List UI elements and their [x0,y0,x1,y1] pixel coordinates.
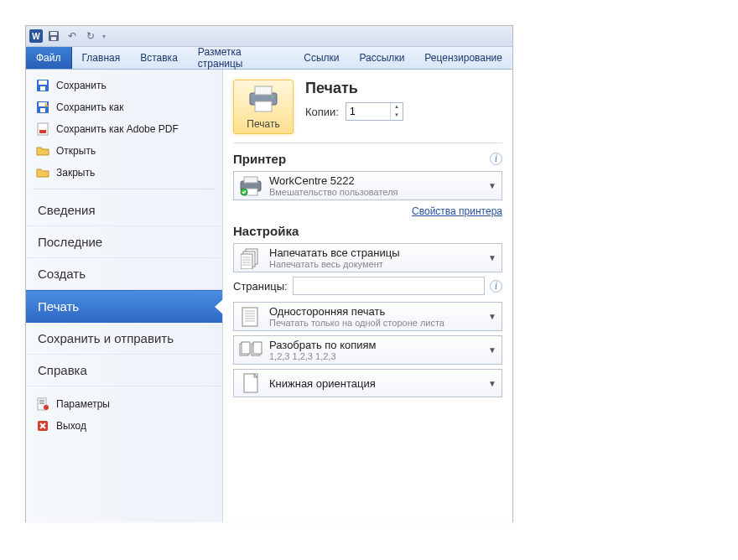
backstage-body: Сохранить Сохранить как Сохранить как Ad… [26,70,512,522]
printer-select[interactable]: WorkCentre 5222 Вмешательство пользовате… [233,171,502,200]
tab-insert[interactable]: Вставка [130,47,188,69]
menu-save-as[interactable]: Сохранить как [26,96,222,118]
menu-label: Закрыть [56,167,95,179]
svg-rect-22 [244,177,257,183]
menu-save[interactable]: Сохранить [26,75,222,96]
svg-rect-19 [255,101,272,111]
print-heading: Печать [305,80,403,97]
tab-file[interactable]: Файл [26,47,72,69]
menu-label: Параметры [56,398,110,410]
portrait-icon [239,372,262,394]
section-print[interactable]: Печать [26,290,222,323]
folder-close-icon [36,166,49,179]
collate-icon [239,341,262,360]
collate-main: Разобрать по копиям [269,339,481,351]
folder-open-icon [36,144,49,158]
printer-properties-link[interactable]: Свойства принтера [412,205,502,217]
menu-options[interactable]: Параметры [26,393,222,415]
menu-label: Выход [56,420,86,432]
chevron-down-icon: ▼ [488,379,496,388]
copies-spinner[interactable]: ▲ ▼ [346,102,403,121]
spinner-down-icon[interactable]: ▼ [391,111,403,120]
svg-rect-14 [39,403,44,404]
setting-orientation[interactable]: Книжная ориентация ▼ [233,369,502,397]
scope-main: Напечатать все страницы [269,246,481,259]
tab-home[interactable]: Главная [72,47,131,69]
svg-rect-12 [39,400,44,401]
svg-rect-4 [39,80,47,85]
setting-collate[interactable]: Разобрать по копиям 1,2,3 1,2,3 1,2,3 ▼ [233,335,502,365]
pdf-icon [36,122,49,136]
info-icon[interactable]: i [490,280,502,293]
tab-page-layout[interactable]: Разметка страницы [188,47,294,69]
section-help[interactable]: Справка [26,355,222,386]
chevron-down-icon: ▼ [488,253,496,262]
pages-input[interactable] [293,277,485,295]
menu-exit[interactable]: Выход [26,415,222,437]
collate-sub: 1,2,3 1,2,3 1,2,3 [269,351,481,361]
scope-sub: Напечатать весь документ [269,259,481,269]
ribbon-tabs: Файл Главная Вставка Разметка страницы С… [26,47,512,70]
qat-undo-icon[interactable]: ↶ [65,29,80,44]
svg-point-15 [44,405,49,410]
menu-label: Открыть [56,145,96,157]
chevron-down-icon: ▼ [488,312,496,321]
print-button-label: Печать [236,118,291,130]
menu-label: Сохранить [56,80,107,91]
svg-rect-5 [40,86,45,91]
separator [33,189,216,189]
menu-label: Сохранить как Adobe PDF [56,123,179,135]
backstage-sidebar: Сохранить Сохранить как Сохранить как Ad… [26,70,223,522]
chevron-down-icon: ▼ [488,181,496,190]
section-info[interactable]: Сведения [26,194,222,226]
settings-heading: Настройка [233,224,299,238]
qat-redo-icon[interactable]: ↻ [83,29,98,44]
menu-label: Сохранить как [56,101,123,113]
single-side-icon [239,306,262,328]
pages-stack-icon [239,247,262,269]
tab-mailings[interactable]: Рассылки [349,47,414,69]
copies-input[interactable] [346,103,390,120]
spinner-arrows[interactable]: ▲ ▼ [390,103,403,120]
duplex-main: Односторонняя печать [269,305,481,318]
app-window: W ↶ ↻ ▾ Файл Главная Вставка Разметка ст… [25,25,513,522]
quick-access-toolbar: W ↶ ↻ ▾ [26,26,512,47]
printer-name: WorkCentre 5222 [269,174,481,187]
menu-open[interactable]: Открыть [26,140,222,162]
svg-rect-8 [40,108,45,112]
qat-customize-icon[interactable]: ▾ [101,33,107,40]
print-button[interactable]: Печать [233,80,294,134]
setting-duplex[interactable]: Односторонняя печать Печатать только на … [233,302,502,331]
menu-save-as-pdf[interactable]: Сохранить как Adobe PDF [26,118,222,140]
word-app-icon: W [29,29,43,43]
chevron-down-icon: ▼ [488,345,496,355]
info-icon[interactable]: i [490,153,502,165]
setting-print-scope[interactable]: Напечатать все страницы Напечатать весь … [233,243,502,272]
tab-references[interactable]: Ссылки [294,47,349,69]
svg-rect-28 [242,308,257,326]
save-as-icon [36,101,49,114]
svg-rect-13 [39,402,44,402]
printer-heading: Принтер [233,152,286,166]
section-recent[interactable]: Последние [26,226,222,258]
menu-close-doc[interactable]: Закрыть [26,162,222,184]
printer-status: Вмешательство пользователя [269,187,481,197]
svg-rect-30 [242,342,250,354]
duplex-sub: Печатать только на одной стороне листа [269,318,481,328]
section-new[interactable]: Создать [26,258,222,290]
qat-save-icon[interactable] [46,29,61,44]
exit-icon [36,419,49,433]
section-save-send[interactable]: Сохранить и отправить [26,323,222,355]
svg-point-20 [272,96,274,98]
printer-device-icon [239,176,262,196]
spinner-up-icon[interactable]: ▲ [391,103,403,111]
svg-rect-10 [39,130,46,133]
svg-rect-2 [51,37,56,40]
pages-label: Страницы: [233,280,288,293]
copies-label: Копии: [305,106,339,118]
tab-review[interactable]: Рецензирование [414,47,512,69]
save-icon [36,79,49,92]
svg-rect-27 [241,254,252,269]
printer-icon [247,103,280,116]
options-icon [36,397,49,411]
